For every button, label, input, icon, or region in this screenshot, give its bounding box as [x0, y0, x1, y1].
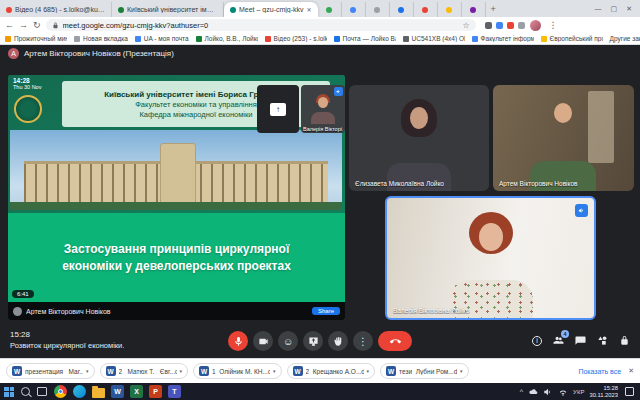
present-button[interactable]	[303, 331, 323, 351]
activities-button[interactable]	[597, 335, 608, 346]
download-chip[interactable]: W 2_ Матюх Т._ Євг...docx ▾	[100, 363, 189, 379]
download-filename: 1_Олійник М. КН...docx	[212, 368, 270, 375]
back-icon[interactable]: ←	[5, 20, 14, 30]
search-icon[interactable]	[21, 387, 30, 396]
participant-name: Єлизавета Миколаївна Лойко	[355, 180, 444, 187]
reload-icon[interactable]: ↻	[33, 20, 41, 30]
taskbar-clock[interactable]: 15:28 30.11.2023	[589, 385, 618, 399]
meeting-title: Розвиток циркулярної економіки.	[10, 341, 124, 350]
profile-avatar[interactable]	[530, 20, 541, 31]
download-chip[interactable]: W 2_Крещанко А.О...docx ▾	[287, 363, 376, 379]
minimize-button[interactable]: —	[595, 5, 602, 13]
browser-tab-small[interactable]	[438, 2, 462, 17]
address-bar[interactable]: meet.google.com/gzu-cmjg-kkv?authuser=0 …	[46, 19, 476, 31]
browser-tab-gmail[interactable]: Відео (4 685) - s.loiko@kubg.e...	[0, 2, 112, 17]
show-all-downloads-button[interactable]: Показать все ✕	[578, 367, 634, 375]
close-button[interactable]: ✕	[626, 5, 632, 13]
tab-favicon	[446, 7, 452, 13]
browser-tab-small[interactable]	[318, 2, 342, 17]
people-button[interactable]: 4	[553, 335, 564, 346]
self-view-tile[interactable]: Валерія Вікторі...	[301, 85, 345, 133]
browser-tab-small[interactable]	[414, 2, 438, 17]
browser-tab-meet-active[interactable]: Meet – gzu-cmjg-kkv ✕	[224, 2, 318, 17]
bookmark-label: Новая вкладка	[83, 35, 128, 42]
chevron-down-icon[interactable]: ▾	[180, 368, 183, 374]
info-button[interactable]: i	[532, 336, 542, 346]
building-photo	[10, 130, 342, 210]
tab-favicon	[470, 7, 476, 13]
other-bookmarks-button[interactable]: Другие закладки »	[610, 35, 640, 42]
end-call-button[interactable]	[378, 331, 412, 351]
downloads-bar: W презентация_ Маг...pptx ▾ W 2_ Матюх Т…	[0, 358, 640, 383]
bookmark-item[interactable]: Почта — Лойко Ва...	[334, 35, 396, 42]
browser-menu-icon[interactable]: ⋮	[546, 20, 561, 30]
raise-hand-button[interactable]	[328, 331, 348, 351]
download-filename: 2_Крещанко А.О...docx	[306, 368, 364, 375]
bookmark-favicon	[135, 36, 141, 42]
more-options-button[interactable]: ⋮	[353, 331, 373, 351]
tray-chevron-icon[interactable]: ^	[520, 388, 523, 395]
chevron-down-icon[interactable]: ▾	[367, 368, 370, 374]
bookmark-item[interactable]: Факультет інформ...	[472, 35, 534, 42]
participant-tile[interactable]: Артем Вікторович Новіков	[493, 85, 634, 191]
download-chip[interactable]: W презентация_ Маг...pptx ▾	[6, 363, 95, 379]
browser-tab-small[interactable]	[462, 2, 486, 17]
audio-badge-icon	[334, 87, 343, 96]
volume-icon[interactable]	[543, 387, 553, 397]
cloud-icon[interactable]	[528, 387, 538, 397]
extension-icon[interactable]	[507, 22, 514, 29]
download-chip[interactable]: W тези_Лубни Ром...docx ▾	[380, 363, 469, 379]
tab-favicon	[422, 7, 428, 13]
browser-tab-small[interactable]	[390, 2, 414, 17]
bookmark-item[interactable]: UA - моя почта	[135, 35, 189, 42]
forward-icon[interactable]: →	[19, 20, 28, 30]
bookmark-item[interactable]: Європейський про...	[541, 35, 603, 42]
start-button[interactable]	[4, 387, 14, 397]
bookmark-item[interactable]: Відео (253) - s.loik...	[265, 35, 327, 42]
camera-button[interactable]	[253, 331, 273, 351]
browser-tab-small[interactable]	[342, 2, 366, 17]
chevron-down-icon[interactable]: ▾	[86, 368, 89, 374]
extension-icon[interactable]	[485, 22, 492, 29]
participant-name: Артем Вікторович Новіков	[499, 180, 578, 187]
browser-tab-university[interactable]: Київський університет імені Бор...	[112, 2, 224, 17]
edge-icon[interactable]	[73, 385, 86, 398]
download-chip[interactable]: W 1_Олійник М. КН...docx ▾	[193, 363, 282, 379]
participant-tile[interactable]: Єлизавета Миколаївна Лойко	[349, 85, 489, 191]
teams-icon[interactable]: T	[168, 385, 181, 398]
bookmark-item[interactable]: Прожиточный мин...	[5, 35, 67, 42]
word-icon[interactable]: W	[111, 385, 124, 398]
chrome-icon[interactable]	[54, 385, 67, 398]
excel-icon[interactable]: X	[130, 385, 143, 398]
bookmark-item[interactable]: Лойко, В.В., Лойко...	[196, 35, 258, 42]
close-downloads-icon[interactable]: ✕	[628, 367, 634, 375]
wifi-icon[interactable]	[558, 387, 568, 397]
footer-presenter-name: Артем Вікторович Новіков	[26, 308, 308, 315]
present-arrow-icon: ↑	[270, 103, 286, 116]
language-indicator[interactable]: УКР	[573, 389, 584, 395]
bookmark-item[interactable]: Новая вкладка	[74, 35, 128, 42]
extension-icon[interactable]	[518, 22, 525, 29]
host-controls-button[interactable]	[619, 335, 630, 346]
new-tab-button[interactable]: +	[491, 4, 496, 14]
bookmark-item[interactable]: UC541XB (4x4) ОБЕ...	[403, 35, 465, 42]
browser-tabstrip: Відео (4 685) - s.loiko@kubg.e... Київсь…	[0, 0, 640, 17]
browser-tab-small[interactable]	[366, 2, 390, 17]
action-center-icon[interactable]	[625, 387, 634, 396]
file-explorer-icon[interactable]	[92, 388, 105, 398]
show-all-label: Показать все	[578, 368, 621, 375]
share-button[interactable]: Share	[312, 307, 340, 315]
tab-close-icon[interactable]: ✕	[307, 6, 312, 13]
mic-button[interactable]	[228, 331, 248, 351]
chat-button[interactable]	[575, 335, 586, 346]
task-view-icon[interactable]	[37, 387, 47, 396]
maximize-button[interactable]: ▢	[611, 5, 618, 13]
chevron-down-icon[interactable]: ▾	[273, 368, 276, 374]
powerpoint-icon[interactable]: P	[149, 385, 162, 398]
bookmark-star-icon[interactable]: ☆	[462, 21, 469, 30]
active-speaker-tile[interactable]: Валерія Вікторівна Лойко	[385, 196, 596, 320]
presentation-thumbnail[interactable]: ↑	[257, 85, 299, 133]
extension-icon[interactable]	[496, 22, 503, 29]
emoji-button[interactable]: ☺	[278, 331, 298, 351]
chevron-down-icon[interactable]: ▾	[460, 368, 463, 374]
